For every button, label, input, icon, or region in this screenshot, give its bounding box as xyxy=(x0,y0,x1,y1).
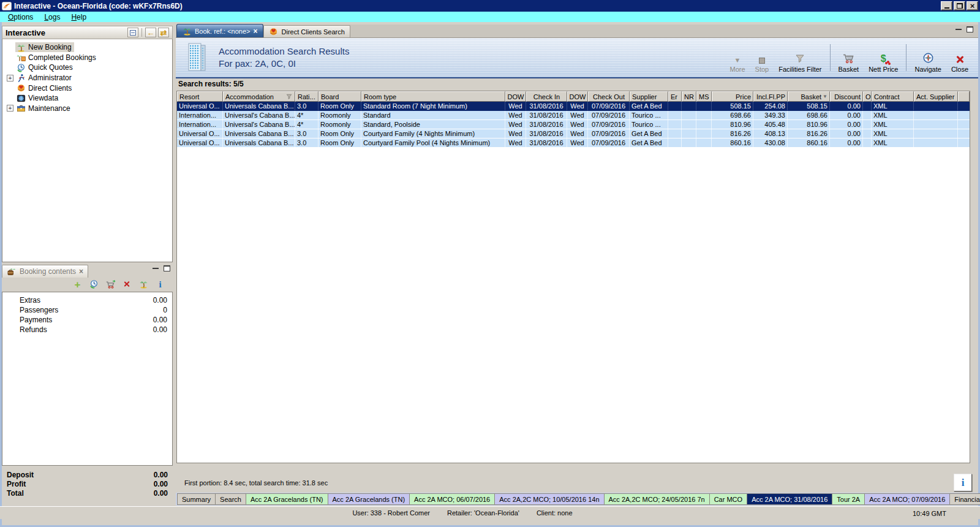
menu-help[interactable]: Help xyxy=(66,12,92,22)
bottom-tab-acc-2a-mco-31-08-2016[interactable]: Acc 2A MCO; 31/08/2016 xyxy=(747,493,832,505)
info-button[interactable]: i xyxy=(954,474,972,491)
expand-icon[interactable]: + xyxy=(7,75,13,82)
close-button[interactable]: × xyxy=(967,1,978,10)
column-header-accommodation[interactable]: Accommodation xyxy=(223,91,295,102)
swap-view-button[interactable]: ⇄ xyxy=(158,28,169,37)
panel-minimize-icon[interactable] xyxy=(956,29,962,31)
booking-item-refunds[interactable]: Refunds0.00 xyxy=(2,325,172,335)
bottom-tab-financial-summary[interactable]: Financial Summary xyxy=(949,493,980,505)
minimize-button[interactable] xyxy=(941,1,952,10)
bottom-tab-acc-2a-mco-07-09-2016[interactable]: Acc 2A MCO; 07/09/2016 xyxy=(864,493,950,505)
column-header-er[interactable]: Er xyxy=(668,91,682,102)
interactive-tree: New BookingCompleted BookingsQuick Quote… xyxy=(2,39,173,262)
column-header-contract[interactable]: Contract xyxy=(872,91,914,102)
tab-close-icon[interactable]: × xyxy=(254,28,258,35)
tree-item-body[interactable]: New Booking xyxy=(15,42,74,52)
tab-booking-contents[interactable]: Booking contents × xyxy=(2,265,88,278)
bottom-tab-summary[interactable]: Summary xyxy=(177,493,216,505)
bottom-tab-acc-2a-gracelands-tn[interactable]: Acc 2A Gracelands (TN) xyxy=(246,493,328,505)
column-header-of[interactable]: Of xyxy=(863,91,872,102)
bottom-tab-acc-2a-mco-06-07-2016[interactable]: Acc 2A MCO; 06/07/2016 xyxy=(409,493,495,505)
column-header-room-type[interactable]: Room type xyxy=(361,91,505,102)
panel-minimize-icon[interactable] xyxy=(153,268,159,270)
nett-price-button[interactable]: $ Nett Price xyxy=(864,38,903,77)
add-button[interactable]: + xyxy=(72,279,83,290)
navigate-button[interactable]: Navigate xyxy=(910,38,946,77)
go-back-button[interactable]: ← xyxy=(145,28,156,37)
menu-logs[interactable]: Logs xyxy=(39,12,66,22)
sidebar-item-viewdata[interactable]: Viewdata xyxy=(2,93,172,104)
swap-arrows-icon: ⇄ xyxy=(160,29,167,37)
restore-button[interactable] xyxy=(954,1,965,10)
panel-maximize-icon[interactable] xyxy=(164,265,170,271)
tab-direct-clients-search[interactable]: Direct Clients Search xyxy=(263,25,350,37)
info-button[interactable]: i xyxy=(155,279,165,290)
facilities-filter-button[interactable]: Facilities Filter xyxy=(774,38,826,77)
bottom-tab-search[interactable]: Search xyxy=(215,493,246,505)
tree-item-body[interactable]: Viewdata xyxy=(15,93,61,103)
column-header-resort[interactable]: Resort xyxy=(177,91,223,102)
table-row[interactable]: Universal O...Universals Cabana B...3.0R… xyxy=(177,102,970,111)
column-header-rati[interactable]: Rati... xyxy=(295,91,318,102)
table-cell: Get A Bed xyxy=(630,129,668,138)
menu-options[interactable]: Options xyxy=(2,12,39,22)
tree-item-body[interactable]: Administrator xyxy=(15,73,74,83)
move-to-basket-button[interactable] xyxy=(105,279,116,290)
tree-item-body[interactable]: Completed Bookings xyxy=(15,53,99,63)
column-header-dow[interactable]: DOW xyxy=(505,91,526,102)
column-header-nr[interactable]: NR xyxy=(682,91,696,102)
table-row[interactable]: Internation...Universal's Cabana B...4*R… xyxy=(177,111,970,120)
collapse-panel-button[interactable] xyxy=(127,28,138,37)
tree-item-body[interactable]: Maintenance xyxy=(15,104,73,113)
column-header-check-in[interactable]: Check In xyxy=(526,91,567,102)
tab-close-icon[interactable]: × xyxy=(79,268,83,275)
table-row[interactable]: Universal O...Universals Cabana B...3.0R… xyxy=(177,129,970,138)
basket-button[interactable]: Basket xyxy=(834,38,864,77)
tab-booking-ref[interactable]: Book. ref.: <none> × xyxy=(176,24,263,37)
booking-item-passengers[interactable]: Passengers0 xyxy=(2,305,172,315)
column-header-supplier[interactable]: Supplier xyxy=(630,91,668,102)
column-header-dow[interactable]: DOW xyxy=(567,91,588,102)
sidebar-item-quick-quotes[interactable]: Quick Quotes xyxy=(2,63,172,73)
sidebar-item-maintenance[interactable]: +Maintenance xyxy=(2,104,172,114)
sidebar-item-new-booking[interactable]: New Booking xyxy=(2,42,172,53)
sidebar-item-direct-clients[interactable]: Direct Clients xyxy=(2,83,172,93)
quick-quote-button[interactable] xyxy=(89,279,99,290)
tree-item-body[interactable]: Quick Quotes xyxy=(15,63,75,72)
bottom-tab-acc-2a-2c-mco-24-05-2016-7n[interactable]: Acc 2A,2C MCO; 24/05/2016 7n xyxy=(604,493,710,505)
filter-funnel-icon[interactable] xyxy=(285,94,293,100)
delete-button[interactable] xyxy=(122,279,132,290)
bottom-tab-tour-2a[interactable]: Tour 2A xyxy=(832,493,865,505)
sidebar-item-administrator[interactable]: +Administrator xyxy=(2,73,172,83)
booking-item-extras[interactable]: Extras0.00 xyxy=(2,295,172,305)
booking-item-payments[interactable]: Payments0.00 xyxy=(2,315,172,325)
holiday-button[interactable] xyxy=(138,279,149,290)
sidebar-item-label: Administrator xyxy=(28,74,72,82)
column-header-basket[interactable]: Basket▼ xyxy=(788,91,830,102)
bottom-tab-car-mco[interactable]: Car MCO xyxy=(709,493,747,505)
table-cell xyxy=(668,120,682,129)
bottom-tab-acc-2a-2c-mco-10-05-2016-14n[interactable]: Acc 2A,2C MCO; 10/05/2016 14n xyxy=(494,493,604,505)
column-header-board[interactable]: Board xyxy=(318,91,361,102)
table-row[interactable]: Internation...Universal's Cabana B...4*R… xyxy=(177,120,970,129)
table-cell-filler xyxy=(958,120,970,129)
column-header-price[interactable]: Price xyxy=(712,91,753,102)
sidebar-item-label: Direct Clients xyxy=(28,84,72,93)
expand-icon[interactable]: + xyxy=(7,105,13,112)
total-value: 0.00 xyxy=(154,480,168,488)
column-header-ms[interactable]: MS xyxy=(696,91,712,102)
table-cell: Roomonly xyxy=(318,111,361,119)
column-header-discount[interactable]: Discount xyxy=(830,91,863,102)
column-header-check-out[interactable]: Check Out xyxy=(588,91,630,102)
sidebar-item-completed-bookings[interactable]: Completed Bookings xyxy=(2,53,172,63)
column-header-incl-fl-pp[interactable]: Incl.Fl.PP xyxy=(753,91,788,102)
table-row[interactable]: Universal O...Universals Cabana B...3.0R… xyxy=(177,138,970,148)
column-header-act-supplier[interactable]: Act. Supplier xyxy=(914,91,958,102)
table-cell: 07/09/2016 xyxy=(588,102,630,110)
close-results-button[interactable]: Close xyxy=(946,38,973,77)
column-header-label: Check In xyxy=(533,93,560,100)
tree-item-body[interactable]: Direct Clients xyxy=(15,83,74,93)
panel-maximize-icon[interactable] xyxy=(967,26,973,32)
bottom-tab-acc-2a-gracelands-tn[interactable]: Acc 2A Gracelands (TN) xyxy=(328,493,410,505)
column-header-label: Rati... xyxy=(298,93,315,100)
